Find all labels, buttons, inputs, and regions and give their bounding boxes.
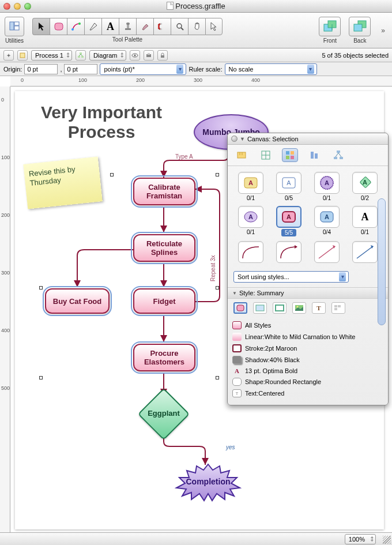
style-swatch-9[interactable] <box>276 241 301 263</box>
svg-rect-1 <box>14 22 19 25</box>
send-back-button[interactable] <box>349 17 371 36</box>
node-calibrate[interactable]: Calibrate Framistan <box>133 178 195 205</box>
canvas-selector[interactable]: Process 1 <box>31 50 72 61</box>
zoom-tool[interactable] <box>171 18 188 35</box>
ruler-scale-label: Ruler scale: <box>189 66 222 73</box>
hand-tool[interactable] <box>188 18 205 35</box>
svg-point-4 <box>71 28 74 31</box>
style-summary-header[interactable]: Style: Summary <box>228 287 388 299</box>
resize-grip[interactable] <box>383 536 391 544</box>
style-swatch-1[interactable]: A <box>276 172 301 194</box>
node-completion[interactable]: Completion <box>171 461 246 502</box>
canvas-add-button[interactable]: ＋ <box>3 50 14 61</box>
back-group: Back <box>349 17 371 44</box>
svg-rect-42 <box>340 157 343 159</box>
inspector-close-button[interactable] <box>231 136 238 142</box>
tab-selection-icon[interactable] <box>282 148 298 162</box>
style-swatch-2[interactable]: A <box>314 172 340 194</box>
text-tool[interactable]: A <box>101 18 119 35</box>
style-swatch-10[interactable] <box>314 241 340 263</box>
node-catfood[interactable]: Buy Cat Food <box>45 288 110 314</box>
style-swatch-4[interactable]: A <box>238 206 263 228</box>
style-stroke-icon <box>232 344 242 352</box>
style-shadow-icon <box>232 356 242 364</box>
print-toggle[interactable] <box>144 50 154 61</box>
chip-all[interactable] <box>233 302 247 314</box>
origin-x-input[interactable] <box>24 64 58 74</box>
svg-rect-17 <box>20 53 25 58</box>
palette-label: Tool Palette <box>112 36 142 43</box>
tab-grid-icon[interactable] <box>258 148 274 162</box>
svg-rect-38 <box>311 152 314 159</box>
chip-text[interactable]: T <box>312 302 326 314</box>
tab-diagram-icon[interactable] <box>330 148 346 162</box>
svg-rect-2 <box>14 26 19 30</box>
line-tool[interactable] <box>67 18 84 35</box>
zoom-button[interactable] <box>24 3 31 10</box>
inspector-panel[interactable]: ▼ Canvas: Selection A0/1 A0/5 A0/1 A0/2 … <box>227 133 389 405</box>
chip-fill[interactable] <box>253 302 267 314</box>
style-swatch-11[interactable] <box>352 241 378 263</box>
svg-rect-41 <box>334 157 337 159</box>
node-procure[interactable]: Procure Elastomers <box>133 344 195 371</box>
style-swatch-8[interactable] <box>238 241 263 263</box>
svg-rect-18 <box>80 52 82 54</box>
units-selector[interactable]: points (pt)* <box>100 63 186 75</box>
action-tool[interactable] <box>205 18 223 35</box>
style-font-icon: A <box>232 367 242 374</box>
svg-line-44 <box>338 153 341 157</box>
svg-text:A: A <box>325 213 329 220</box>
label-type-a: Type A <box>175 153 193 160</box>
selection-tool[interactable] <box>32 18 50 35</box>
brush-tool[interactable] <box>136 18 153 35</box>
svg-rect-0 <box>10 22 14 30</box>
tab-ruler-icon[interactable] <box>233 148 250 162</box>
style-grid: A0/1 A0/5 A0/1 A0/2 A0/1 A5/5 A0/4 A0/1 <box>228 166 388 269</box>
node-eggplant[interactable]: Eggplant <box>138 396 190 430</box>
ruler-scale-selector[interactable]: No scale <box>225 63 317 75</box>
svg-rect-3 <box>55 23 63 30</box>
style-swatch-7[interactable]: A <box>352 206 378 228</box>
layout-icon[interactable] <box>76 50 86 61</box>
ruler-vertical: 0 100 200 300 400 500 <box>0 87 10 532</box>
node-fidget[interactable]: Fidget <box>133 288 195 314</box>
layout-selector[interactable]: Diagram <box>89 50 126 61</box>
tab-align-icon[interactable] <box>306 148 322 162</box>
utilities-button[interactable] <box>5 17 24 36</box>
chip-shape[interactable] <box>331 302 345 314</box>
origin-bar: Origin: , points (pt)* Ruler scale: No s… <box>0 62 392 76</box>
minimize-button[interactable] <box>14 3 21 10</box>
style-swatch-6[interactable]: A <box>314 206 340 228</box>
svg-rect-16 <box>354 24 362 31</box>
stamp-tool[interactable] <box>119 18 136 35</box>
sticky-note[interactable]: Revise this by Thursday <box>23 156 102 209</box>
chip-image[interactable] <box>292 302 306 314</box>
style-swatch-5[interactable]: A <box>276 206 301 228</box>
svg-rect-27 <box>161 55 164 58</box>
style-scrollbar[interactable] <box>378 198 386 325</box>
canvas-icon[interactable] <box>17 50 28 61</box>
eye-toggle[interactable] <box>130 50 140 61</box>
zoom-selector[interactable]: 100% <box>345 534 376 544</box>
svg-rect-10 <box>160 28 162 30</box>
svg-rect-34 <box>286 151 289 155</box>
inspector-titlebar[interactable]: ▼ Canvas: Selection <box>228 133 388 145</box>
origin-y-input[interactable] <box>64 64 97 74</box>
magnet-tool[interactable] <box>153 18 171 35</box>
bring-front-button[interactable] <box>319 17 341 36</box>
svg-rect-26 <box>148 53 150 55</box>
style-swatch-0[interactable]: A <box>238 172 263 194</box>
toolbar-overflow[interactable]: » <box>379 27 387 35</box>
svg-rect-28 <box>238 152 246 158</box>
shape-tool[interactable] <box>50 18 67 35</box>
node-reticulate[interactable]: Reticulate Splines <box>133 234 195 262</box>
style-swatch-3[interactable]: A <box>352 172 378 194</box>
sort-selector[interactable]: Sort using styles... <box>233 271 349 283</box>
close-button[interactable] <box>3 3 10 10</box>
lock-toggle[interactable] <box>157 50 168 61</box>
svg-rect-36 <box>286 156 289 159</box>
svg-rect-19 <box>78 56 80 58</box>
pen-tool[interactable] <box>84 18 101 35</box>
chip-stroke[interactable] <box>273 302 287 314</box>
summary-chips: T <box>228 299 388 317</box>
